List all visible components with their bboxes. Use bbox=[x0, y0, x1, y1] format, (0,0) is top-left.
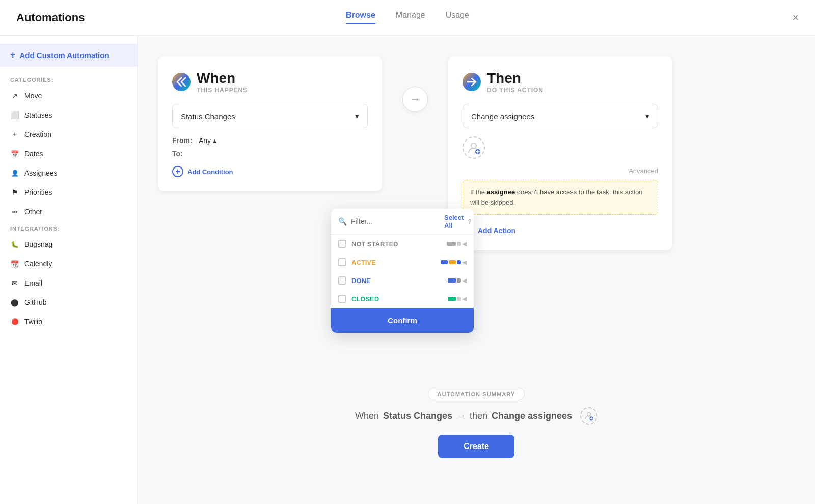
when-card: When THIS HAPPENS Status Changes ▾ From:… bbox=[158, 56, 382, 191]
when-logo bbox=[172, 73, 191, 91]
sidebar: + Add Custom Automation CATEGORIES: Move… bbox=[0, 36, 138, 504]
chevron-down-icon: ▾ bbox=[645, 111, 649, 121]
main-content: When THIS HAPPENS Status Changes ▾ From:… bbox=[138, 36, 815, 504]
flow-arrow: → bbox=[402, 87, 428, 112]
done-label: DONE bbox=[351, 277, 443, 285]
close-button[interactable]: × bbox=[792, 11, 799, 24]
sidebar-item-creation[interactable]: Creation bbox=[0, 125, 137, 144]
email-icon bbox=[10, 278, 19, 288]
closed-bars: ◀ bbox=[448, 295, 467, 302]
assignees-icon bbox=[10, 169, 19, 178]
closed-label: CLOSED bbox=[351, 295, 443, 303]
trigger-select[interactable]: Status Changes ▾ bbox=[172, 104, 368, 128]
then-card: Then DO THIS ACTION Change assignees ▾ bbox=[448, 56, 672, 250]
sidebar-item-twilio[interactable]: Twilio bbox=[0, 312, 137, 331]
sidebar-item-assignees[interactable]: Assignees bbox=[0, 163, 137, 183]
bar bbox=[441, 260, 448, 264]
create-button[interactable]: Create bbox=[438, 435, 514, 458]
help-icon[interactable]: ? bbox=[468, 218, 471, 226]
sidebar-item-calendly[interactable]: Calendly bbox=[0, 254, 137, 273]
dropdown-item-active[interactable]: ACTIVE ◀ bbox=[331, 253, 474, 271]
header: Automations Browse Manage Usage × bbox=[0, 0, 815, 36]
sidebar-item-other[interactable]: Other bbox=[0, 202, 137, 221]
add-condition-button[interactable]: + Add Condition bbox=[172, 166, 368, 177]
twilio-icon bbox=[10, 317, 19, 326]
add-condition-label: Add Condition bbox=[187, 168, 233, 176]
not-started-label: NOT STARTED bbox=[351, 240, 442, 248]
tab-manage[interactable]: Manage bbox=[396, 11, 425, 24]
then-logo bbox=[463, 73, 481, 91]
to-row: To: bbox=[172, 150, 368, 158]
not-started-checkbox[interactable] bbox=[338, 240, 346, 248]
add-action-button[interactable]: + Add Action bbox=[463, 225, 658, 236]
from-row: From: Any ▴ bbox=[172, 136, 368, 145]
dates-icon bbox=[10, 149, 19, 158]
svg-point-2 bbox=[587, 413, 591, 416]
bar bbox=[449, 260, 456, 264]
chevron-down-icon: ▾ bbox=[355, 111, 359, 121]
svg-point-0 bbox=[471, 143, 476, 148]
sidebar-item-github[interactable]: GitHub bbox=[0, 293, 137, 312]
closed-checkbox[interactable] bbox=[338, 295, 346, 303]
integrations-label: INTEGRATIONS: bbox=[0, 221, 137, 235]
dropdown-item-not-started[interactable]: NOT STARTED ◀ bbox=[331, 235, 474, 253]
bar bbox=[457, 242, 461, 246]
main-layout: + Add Custom Automation CATEGORIES: Move… bbox=[0, 36, 815, 504]
dropdown-search-row: 🔍 Select All ? bbox=[331, 209, 474, 235]
sidebar-item-move[interactable]: Move bbox=[0, 86, 137, 105]
bar bbox=[448, 297, 456, 301]
creation-icon bbox=[10, 130, 19, 139]
from-label: From: bbox=[172, 136, 193, 145]
to-label: To: bbox=[172, 150, 193, 158]
bar bbox=[447, 242, 456, 246]
then-header: Then DO THIS ACTION bbox=[463, 70, 658, 94]
when-subtitle: THIS HAPPENS bbox=[197, 87, 248, 94]
add-custom-automation-button[interactable]: + Add Custom Automation bbox=[0, 44, 137, 67]
confirm-button[interactable]: Confirm bbox=[331, 308, 474, 333]
statuses-icon bbox=[10, 110, 19, 120]
sidebar-item-priorities[interactable]: Priorities bbox=[0, 183, 137, 202]
move-icon bbox=[10, 91, 19, 100]
bar bbox=[457, 260, 461, 264]
priorities-icon bbox=[10, 188, 19, 197]
filter-input[interactable] bbox=[351, 217, 440, 226]
app-title: Automations bbox=[16, 11, 85, 24]
not-started-bars: ◀ bbox=[447, 240, 467, 247]
categories-label: CATEGORIES: bbox=[0, 73, 137, 86]
automation-summary: AUTOMATION SUMMARY When Status Changes →… bbox=[273, 388, 680, 458]
assignee-bold: assignee bbox=[487, 188, 515, 196]
done-checkbox[interactable] bbox=[338, 276, 346, 285]
summary-label: AUTOMATION SUMMARY bbox=[428, 388, 525, 400]
chevron-up-icon: ▴ bbox=[213, 136, 216, 145]
then-title: Then bbox=[487, 70, 544, 87]
when-title: When bbox=[197, 70, 248, 87]
sidebar-item-dates[interactable]: Dates bbox=[0, 144, 137, 163]
dropdown-item-closed[interactable]: CLOSED ◀ bbox=[331, 290, 474, 308]
bar bbox=[448, 278, 456, 283]
active-bars: ◀ bbox=[441, 259, 467, 266]
sidebar-item-bugsnag[interactable]: Bugsnag bbox=[0, 235, 137, 254]
add-condition-plus-icon: + bbox=[172, 166, 183, 177]
advanced-link[interactable]: Advanced bbox=[463, 167, 658, 175]
done-bars: ◀ bbox=[448, 277, 467, 284]
action-select[interactable]: Change assignees ▾ bbox=[463, 104, 658, 128]
calendly-icon bbox=[10, 259, 19, 268]
plus-icon: + bbox=[10, 50, 16, 61]
active-checkbox[interactable] bbox=[338, 258, 346, 266]
flow-row: When THIS HAPPENS Status Changes ▾ From:… bbox=[158, 56, 795, 250]
summary-avatar bbox=[580, 407, 597, 425]
when-header: When THIS HAPPENS bbox=[172, 70, 368, 94]
sidebar-item-email[interactable]: Email bbox=[0, 273, 137, 293]
search-icon: 🔍 bbox=[338, 217, 347, 226]
github-icon bbox=[10, 298, 19, 307]
dropdown-item-done[interactable]: DONE ◀ bbox=[331, 271, 474, 290]
from-value-select[interactable]: Any ▴ bbox=[199, 136, 216, 145]
tab-usage[interactable]: Usage bbox=[446, 11, 469, 24]
sidebar-item-statuses[interactable]: Statuses bbox=[0, 105, 137, 125]
select-all-button[interactable]: Select All bbox=[444, 214, 464, 229]
tab-browse[interactable]: Browse bbox=[346, 11, 375, 24]
bugsnag-icon bbox=[10, 240, 19, 249]
assignee-selector[interactable] bbox=[463, 136, 485, 159]
bar bbox=[457, 297, 461, 301]
nav-tabs: Browse Manage Usage bbox=[346, 11, 469, 24]
